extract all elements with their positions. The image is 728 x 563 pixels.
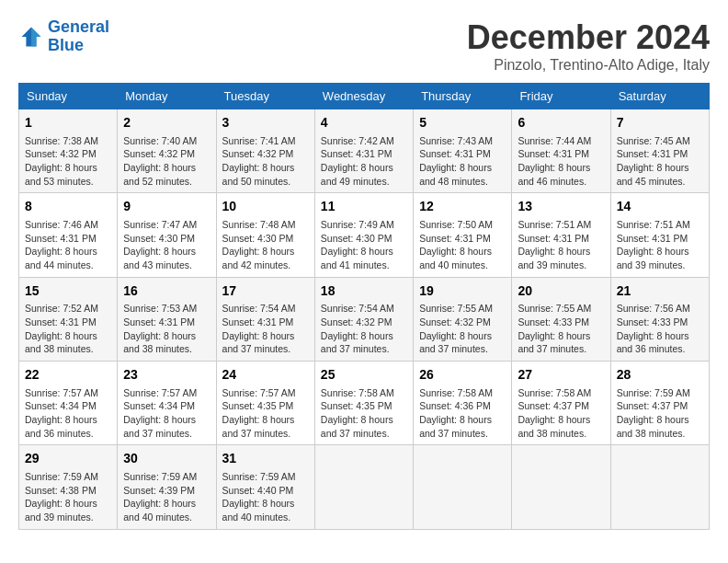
day-info: Sunrise: 7:43 AMSunset: 4:31 PMDaylight:…	[419, 134, 506, 189]
day-number: 14	[617, 198, 703, 216]
day-number: 16	[123, 282, 210, 301]
day-number: 3	[222, 114, 309, 132]
logo: General Blue	[18, 18, 109, 55]
day-info: Sunrise: 7:57 AMSunset: 4:34 PMDaylight:…	[123, 386, 210, 441]
calendar-cell: 20Sunrise: 7:55 AMSunset: 4:33 PMDayligh…	[512, 277, 610, 361]
calendar-week-row: 22Sunrise: 7:57 AMSunset: 4:34 PMDayligh…	[19, 362, 710, 445]
day-info: Sunrise: 7:40 AMSunset: 4:32 PMDaylight:…	[123, 134, 210, 189]
calendar-cell: 27Sunrise: 7:58 AMSunset: 4:37 PMDayligh…	[512, 362, 610, 445]
month-title: December 2024	[467, 18, 710, 57]
day-number: 11	[321, 198, 407, 216]
day-info: Sunrise: 7:45 AMSunset: 4:31 PMDaylight:…	[617, 134, 703, 189]
calendar-cell: 25Sunrise: 7:58 AMSunset: 4:35 PMDayligh…	[314, 362, 413, 445]
day-info: Sunrise: 7:44 AMSunset: 4:31 PMDaylight:…	[518, 134, 604, 189]
day-number: 18	[321, 282, 407, 301]
calendar-cell: 15Sunrise: 7:52 AMSunset: 4:31 PMDayligh…	[19, 277, 118, 361]
calendar-cell: 11Sunrise: 7:49 AMSunset: 4:30 PMDayligh…	[314, 193, 413, 277]
header-cell-tuesday: Tuesday	[216, 84, 314, 109]
day-number: 7	[617, 114, 703, 132]
day-number: 20	[518, 282, 604, 301]
day-info: Sunrise: 7:59 AMSunset: 4:38 PMDaylight:…	[25, 470, 111, 524]
day-number: 5	[419, 114, 506, 132]
logo-text: General Blue	[48, 18, 109, 55]
day-info: Sunrise: 7:46 AMSunset: 4:31 PMDaylight:…	[25, 218, 111, 272]
day-number: 25	[321, 366, 407, 385]
calendar-week-row: 29Sunrise: 7:59 AMSunset: 4:38 PMDayligh…	[19, 445, 710, 529]
calendar-cell: 2Sunrise: 7:40 AMSunset: 4:32 PMDaylight…	[118, 109, 216, 193]
day-info: Sunrise: 7:54 AMSunset: 4:31 PMDaylight:…	[222, 302, 309, 356]
calendar-cell: 4Sunrise: 7:42 AMSunset: 4:31 PMDaylight…	[314, 109, 413, 193]
day-info: Sunrise: 7:49 AMSunset: 4:30 PMDaylight:…	[321, 218, 407, 272]
day-number: 13	[518, 198, 604, 216]
header: General Blue December 2024 Pinzolo, Tren…	[18, 18, 710, 74]
calendar-cell: 24Sunrise: 7:57 AMSunset: 4:35 PMDayligh…	[216, 362, 314, 445]
header-cell-friday: Friday	[512, 84, 610, 109]
page-wrapper: General Blue December 2024 Pinzolo, Tren…	[18, 18, 710, 530]
day-info: Sunrise: 7:55 AMSunset: 4:33 PMDaylight:…	[518, 302, 604, 356]
calendar-cell	[414, 445, 512, 529]
header-cell-monday: Monday	[118, 84, 216, 109]
day-number: 15	[25, 282, 111, 301]
location-subtitle: Pinzolo, Trentino-Alto Adige, Italy	[467, 57, 710, 74]
calendar-cell: 5Sunrise: 7:43 AMSunset: 4:31 PMDaylight…	[414, 109, 512, 193]
day-info: Sunrise: 7:53 AMSunset: 4:31 PMDaylight:…	[123, 302, 210, 356]
day-info: Sunrise: 7:42 AMSunset: 4:31 PMDaylight:…	[321, 134, 407, 189]
day-number: 12	[419, 198, 506, 216]
calendar-cell: 9Sunrise: 7:47 AMSunset: 4:30 PMDaylight…	[118, 193, 216, 277]
calendar-cell: 8Sunrise: 7:46 AMSunset: 4:31 PMDaylight…	[19, 193, 118, 277]
calendar-table: SundayMondayTuesdayWednesdayThursdayFrid…	[18, 83, 710, 530]
day-number: 29	[25, 450, 111, 468]
day-info: Sunrise: 7:48 AMSunset: 4:30 PMDaylight:…	[222, 218, 309, 272]
day-number: 21	[617, 282, 703, 301]
calendar-week-row: 1Sunrise: 7:38 AMSunset: 4:32 PMDaylight…	[19, 109, 710, 193]
day-number: 30	[123, 450, 210, 468]
calendar-cell: 29Sunrise: 7:59 AMSunset: 4:38 PMDayligh…	[19, 445, 118, 529]
day-number: 8	[25, 198, 111, 216]
calendar-cell: 21Sunrise: 7:56 AMSunset: 4:33 PMDayligh…	[610, 277, 709, 361]
calendar-cell: 12Sunrise: 7:50 AMSunset: 4:31 PMDayligh…	[414, 193, 512, 277]
calendar-cell: 31Sunrise: 7:59 AMSunset: 4:40 PMDayligh…	[216, 445, 314, 529]
day-info: Sunrise: 7:47 AMSunset: 4:30 PMDaylight:…	[123, 218, 210, 272]
day-number: 27	[518, 366, 604, 385]
day-info: Sunrise: 7:58 AMSunset: 4:36 PMDaylight:…	[419, 386, 506, 441]
day-number: 9	[123, 198, 210, 216]
calendar-week-row: 15Sunrise: 7:52 AMSunset: 4:31 PMDayligh…	[19, 277, 710, 361]
day-number: 10	[222, 198, 309, 216]
calendar-cell: 28Sunrise: 7:59 AMSunset: 4:37 PMDayligh…	[610, 362, 709, 445]
calendar-cell	[314, 445, 413, 529]
day-number: 26	[419, 366, 506, 385]
calendar-cell: 14Sunrise: 7:51 AMSunset: 4:31 PMDayligh…	[610, 193, 709, 277]
day-number: 19	[419, 282, 506, 301]
calendar-cell: 30Sunrise: 7:59 AMSunset: 4:39 PMDayligh…	[118, 445, 216, 529]
title-section: December 2024 Pinzolo, Trentino-Alto Adi…	[467, 18, 710, 74]
header-cell-thursday: Thursday	[414, 84, 512, 109]
day-number: 31	[222, 450, 309, 468]
day-info: Sunrise: 7:59 AMSunset: 4:40 PMDaylight:…	[222, 470, 309, 524]
day-info: Sunrise: 7:51 AMSunset: 4:31 PMDaylight:…	[617, 218, 703, 272]
day-info: Sunrise: 7:38 AMSunset: 4:32 PMDaylight:…	[25, 134, 111, 189]
calendar-cell: 17Sunrise: 7:54 AMSunset: 4:31 PMDayligh…	[216, 277, 314, 361]
day-info: Sunrise: 7:50 AMSunset: 4:31 PMDaylight:…	[419, 218, 506, 272]
calendar-week-row: 8Sunrise: 7:46 AMSunset: 4:31 PMDaylight…	[19, 193, 710, 277]
calendar-cell: 26Sunrise: 7:58 AMSunset: 4:36 PMDayligh…	[414, 362, 512, 445]
day-info: Sunrise: 7:59 AMSunset: 4:37 PMDaylight:…	[617, 386, 703, 441]
day-number: 24	[222, 366, 309, 385]
day-info: Sunrise: 7:58 AMSunset: 4:35 PMDaylight:…	[321, 386, 407, 441]
day-info: Sunrise: 7:59 AMSunset: 4:39 PMDaylight:…	[123, 470, 210, 524]
calendar-header-row: SundayMondayTuesdayWednesdayThursdayFrid…	[19, 84, 710, 109]
day-info: Sunrise: 7:58 AMSunset: 4:37 PMDaylight:…	[518, 386, 604, 441]
calendar-cell	[512, 445, 610, 529]
day-number: 6	[518, 114, 604, 132]
calendar-cell: 22Sunrise: 7:57 AMSunset: 4:34 PMDayligh…	[19, 362, 118, 445]
logo-icon	[18, 24, 44, 50]
day-info: Sunrise: 7:41 AMSunset: 4:32 PMDaylight:…	[222, 134, 309, 189]
day-info: Sunrise: 7:52 AMSunset: 4:31 PMDaylight:…	[25, 302, 111, 356]
day-number: 17	[222, 282, 309, 301]
calendar-cell: 16Sunrise: 7:53 AMSunset: 4:31 PMDayligh…	[118, 277, 216, 361]
day-info: Sunrise: 7:57 AMSunset: 4:35 PMDaylight:…	[222, 386, 309, 441]
day-number: 2	[123, 114, 210, 132]
header-cell-saturday: Saturday	[610, 84, 709, 109]
header-cell-sunday: Sunday	[19, 84, 118, 109]
calendar-cell	[610, 445, 709, 529]
calendar-cell: 19Sunrise: 7:55 AMSunset: 4:32 PMDayligh…	[414, 277, 512, 361]
